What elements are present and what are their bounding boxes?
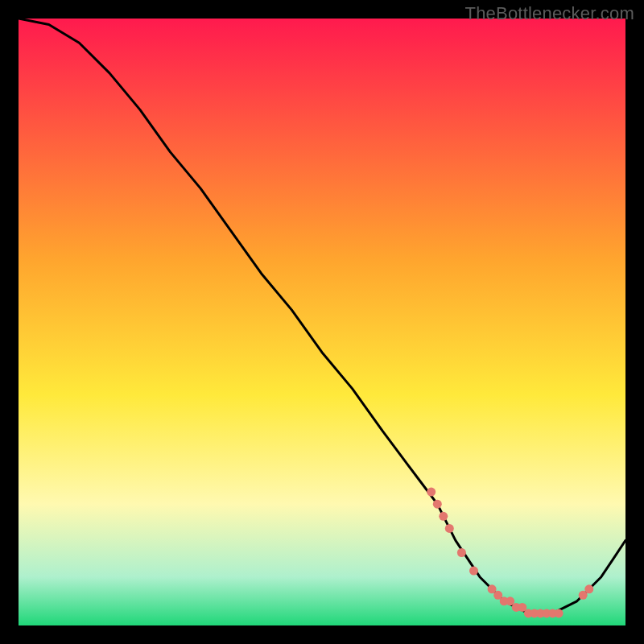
chart-frame: TheBottlenecker.com bbox=[0, 0, 644, 644]
data-marker bbox=[469, 567, 478, 576]
plot-svg bbox=[19, 19, 625, 625]
data-marker bbox=[439, 512, 448, 521]
marker-group bbox=[427, 488, 593, 618]
watermark-text: TheBottlenecker.com bbox=[465, 3, 634, 24]
data-marker bbox=[427, 488, 436, 497]
bottleneck-curve bbox=[19, 19, 625, 613]
data-marker bbox=[433, 500, 442, 509]
data-marker bbox=[555, 609, 564, 617]
data-marker bbox=[445, 524, 454, 533]
data-marker bbox=[584, 584, 593, 593]
data-marker bbox=[457, 548, 466, 557]
